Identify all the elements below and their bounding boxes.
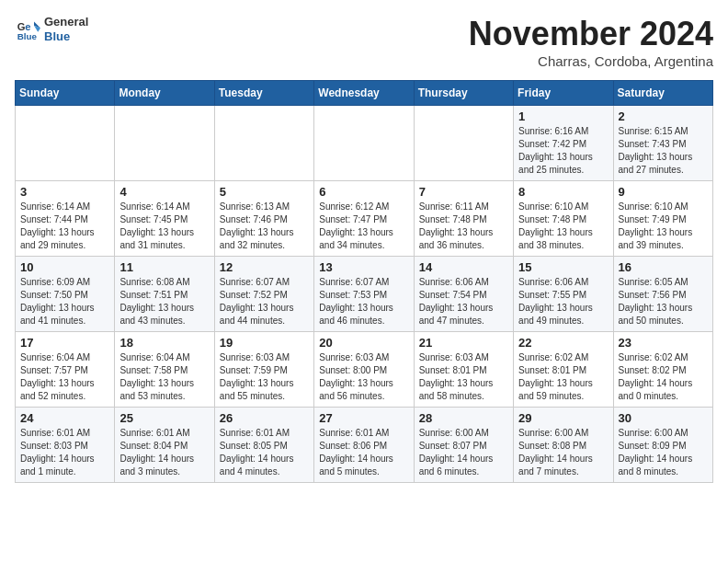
day-info: Sunrise: 6:01 AM Sunset: 8:05 PM Dayligh… <box>220 427 309 478</box>
day-number: 1 <box>518 109 608 123</box>
day-number: 9 <box>619 185 708 199</box>
day-cell: 21Sunrise: 6:03 AM Sunset: 8:01 PM Dayli… <box>414 332 513 408</box>
title-area: November 2024 Charras, Cordoba, Argentin… <box>469 15 713 69</box>
day-cell: 22Sunrise: 6:02 AM Sunset: 8:01 PM Dayli… <box>514 332 613 408</box>
day-cell: 29Sunrise: 6:00 AM Sunset: 8:08 PM Dayli… <box>514 408 613 483</box>
day-number: 29 <box>518 411 608 425</box>
week-row-1: 1Sunrise: 6:16 AM Sunset: 7:42 PM Daylig… <box>16 106 713 181</box>
day-info: Sunrise: 6:01 AM Sunset: 8:06 PM Dayligh… <box>319 427 408 478</box>
day-info: Sunrise: 6:00 AM Sunset: 8:07 PM Dayligh… <box>419 427 508 478</box>
day-number: 15 <box>518 260 608 274</box>
day-cell: 7Sunrise: 6:11 AM Sunset: 7:48 PM Daylig… <box>414 181 513 257</box>
day-cell: 11Sunrise: 6:08 AM Sunset: 7:51 PM Dayli… <box>115 257 214 332</box>
week-row-5: 24Sunrise: 6:01 AM Sunset: 8:03 PM Dayli… <box>16 408 713 483</box>
week-row-3: 10Sunrise: 6:09 AM Sunset: 7:50 PM Dayli… <box>16 257 713 332</box>
day-number: 3 <box>20 185 109 199</box>
day-cell: 13Sunrise: 6:07 AM Sunset: 7:53 PM Dayli… <box>314 257 414 332</box>
day-info: Sunrise: 6:12 AM Sunset: 7:47 PM Dayligh… <box>319 201 408 252</box>
day-number: 27 <box>319 411 408 425</box>
day-cell: 15Sunrise: 6:06 AM Sunset: 7:55 PM Dayli… <box>514 257 613 332</box>
day-info: Sunrise: 6:06 AM Sunset: 7:55 PM Dayligh… <box>518 276 608 327</box>
day-cell: 12Sunrise: 6:07 AM Sunset: 7:52 PM Dayli… <box>214 257 313 332</box>
day-number: 18 <box>119 336 209 350</box>
day-info: Sunrise: 6:16 AM Sunset: 7:42 PM Dayligh… <box>518 125 608 177</box>
day-info: Sunrise: 6:03 AM Sunset: 8:00 PM Dayligh… <box>319 351 408 403</box>
day-info: Sunrise: 6:10 AM Sunset: 7:48 PM Dayligh… <box>518 201 608 252</box>
day-number: 19 <box>220 336 309 350</box>
day-info: Sunrise: 6:01 AM Sunset: 8:03 PM Dayligh… <box>20 427 109 478</box>
day-info: Sunrise: 6:13 AM Sunset: 7:46 PM Dayligh… <box>220 201 309 252</box>
day-number: 26 <box>220 411 309 425</box>
day-number: 16 <box>619 260 708 274</box>
week-row-2: 3Sunrise: 6:14 AM Sunset: 7:44 PM Daylig… <box>16 181 713 257</box>
day-cell: 4Sunrise: 6:14 AM Sunset: 7:45 PM Daylig… <box>115 181 214 257</box>
day-info: Sunrise: 6:08 AM Sunset: 7:51 PM Dayligh… <box>119 276 209 327</box>
day-number: 8 <box>518 185 608 199</box>
day-number: 6 <box>319 185 408 199</box>
day-number: 10 <box>20 260 109 274</box>
weekday-header-saturday: Saturday <box>613 81 712 106</box>
week-row-4: 17Sunrise: 6:04 AM Sunset: 7:57 PM Dayli… <box>16 332 713 408</box>
day-info: Sunrise: 6:05 AM Sunset: 7:56 PM Dayligh… <box>619 276 708 327</box>
day-cell: 23Sunrise: 6:02 AM Sunset: 8:02 PM Dayli… <box>613 332 712 408</box>
day-cell: 8Sunrise: 6:10 AM Sunset: 7:48 PM Daylig… <box>514 181 613 257</box>
day-number: 24 <box>20 411 109 425</box>
day-number: 23 <box>619 336 708 350</box>
day-cell: 19Sunrise: 6:03 AM Sunset: 7:59 PM Dayli… <box>214 332 313 408</box>
day-number: 7 <box>419 185 508 199</box>
subtitle: Charras, Cordoba, Argentina <box>469 53 713 69</box>
day-cell: 20Sunrise: 6:03 AM Sunset: 8:00 PM Dayli… <box>314 332 414 408</box>
day-cell: 30Sunrise: 6:00 AM Sunset: 8:09 PM Dayli… <box>613 408 712 483</box>
day-cell: 3Sunrise: 6:14 AM Sunset: 7:44 PM Daylig… <box>16 181 115 257</box>
month-title: November 2024 <box>469 15 713 53</box>
day-cell: 10Sunrise: 6:09 AM Sunset: 7:50 PM Dayli… <box>16 257 115 332</box>
day-info: Sunrise: 6:03 AM Sunset: 7:59 PM Dayligh… <box>220 351 309 403</box>
day-info: Sunrise: 6:07 AM Sunset: 7:53 PM Dayligh… <box>319 276 408 327</box>
calendar-table: SundayMondayTuesdayWednesdayThursdayFrid… <box>15 80 713 483</box>
day-info: Sunrise: 6:04 AM Sunset: 7:58 PM Dayligh… <box>119 351 209 403</box>
day-info: Sunrise: 6:02 AM Sunset: 8:02 PM Dayligh… <box>619 351 708 403</box>
weekday-header-thursday: Thursday <box>414 81 513 106</box>
day-info: Sunrise: 6:06 AM Sunset: 7:54 PM Dayligh… <box>419 276 508 327</box>
day-info: Sunrise: 6:15 AM Sunset: 7:43 PM Dayligh… <box>619 125 708 177</box>
day-cell <box>16 106 115 181</box>
day-cell: 2Sunrise: 6:15 AM Sunset: 7:43 PM Daylig… <box>613 106 712 181</box>
day-cell: 17Sunrise: 6:04 AM Sunset: 7:57 PM Dayli… <box>16 332 115 408</box>
day-number: 20 <box>319 336 408 350</box>
day-cell: 14Sunrise: 6:06 AM Sunset: 7:54 PM Dayli… <box>414 257 513 332</box>
day-info: Sunrise: 6:03 AM Sunset: 8:01 PM Dayligh… <box>419 351 508 403</box>
day-info: Sunrise: 6:09 AM Sunset: 7:50 PM Dayligh… <box>20 276 109 327</box>
day-cell: 24Sunrise: 6:01 AM Sunset: 8:03 PM Dayli… <box>16 408 115 483</box>
weekday-header-friday: Friday <box>514 81 613 106</box>
day-info: Sunrise: 6:00 AM Sunset: 8:08 PM Dayligh… <box>518 427 608 478</box>
day-cell: 25Sunrise: 6:01 AM Sunset: 8:04 PM Dayli… <box>115 408 214 483</box>
day-cell <box>314 106 414 181</box>
day-number: 17 <box>20 336 109 350</box>
weekday-header-tuesday: Tuesday <box>214 81 313 106</box>
svg-text:Blue: Blue <box>17 31 38 41</box>
day-cell: 26Sunrise: 6:01 AM Sunset: 8:05 PM Dayli… <box>214 408 313 483</box>
day-cell <box>214 106 313 181</box>
day-number: 13 <box>319 260 408 274</box>
logo: G e Blue General Blue <box>15 15 88 43</box>
day-number: 2 <box>619 109 708 123</box>
day-number: 22 <box>518 336 608 350</box>
day-cell <box>115 106 214 181</box>
day-number: 11 <box>119 260 209 274</box>
logo-text: General Blue <box>44 15 88 43</box>
logo-icon: G e Blue <box>15 17 40 42</box>
day-number: 30 <box>619 411 708 425</box>
day-number: 12 <box>220 260 309 274</box>
day-cell: 28Sunrise: 6:00 AM Sunset: 8:07 PM Dayli… <box>414 408 513 483</box>
day-cell: 9Sunrise: 6:10 AM Sunset: 7:49 PM Daylig… <box>613 181 712 257</box>
day-cell: 16Sunrise: 6:05 AM Sunset: 7:56 PM Dayli… <box>613 257 712 332</box>
day-info: Sunrise: 6:07 AM Sunset: 7:52 PM Dayligh… <box>220 276 309 327</box>
day-info: Sunrise: 6:00 AM Sunset: 8:09 PM Dayligh… <box>619 427 708 478</box>
day-cell: 1Sunrise: 6:16 AM Sunset: 7:42 PM Daylig… <box>514 106 613 181</box>
day-number: 21 <box>419 336 508 350</box>
day-number: 14 <box>419 260 508 274</box>
weekday-header-monday: Monday <box>115 81 214 106</box>
day-cell: 5Sunrise: 6:13 AM Sunset: 7:46 PM Daylig… <box>214 181 313 257</box>
day-cell: 27Sunrise: 6:01 AM Sunset: 8:06 PM Dayli… <box>314 408 414 483</box>
day-info: Sunrise: 6:02 AM Sunset: 8:01 PM Dayligh… <box>518 351 608 403</box>
